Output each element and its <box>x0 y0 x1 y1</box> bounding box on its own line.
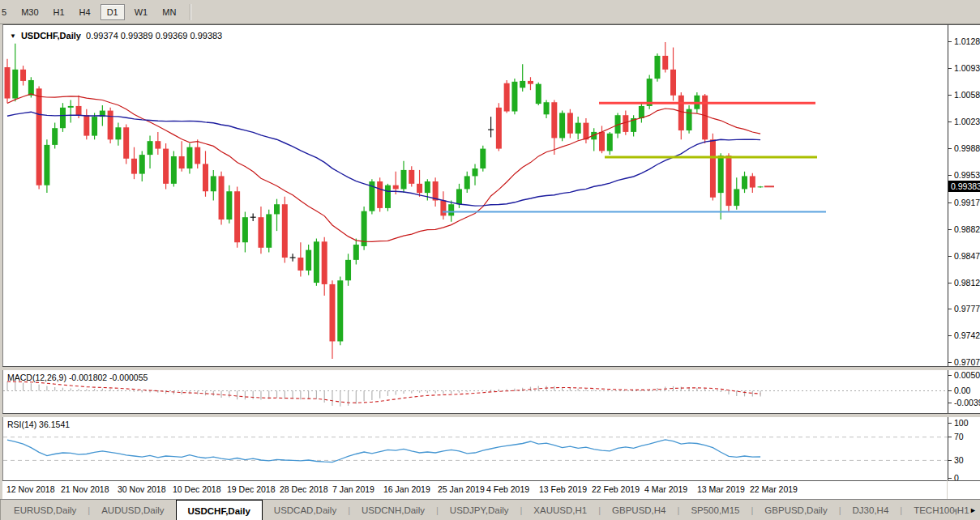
price-tick <box>948 121 952 122</box>
timeframe-button-5[interactable]: 5 <box>0 5 11 19</box>
price-tick <box>948 175 952 176</box>
price-axis-label: 1.00230 <box>954 117 980 126</box>
rsi-axis-label: 100 <box>954 418 969 428</box>
price-tick <box>948 256 952 257</box>
macd-values: -0.001802 -0.000055 <box>69 373 148 382</box>
price-axis-label: 0.99880 <box>954 143 980 153</box>
symbol-tab-usdcad-daily[interactable]: USDCAD,Daily <box>263 500 348 520</box>
date-axis-label: 25 Jan 2019 <box>438 484 485 494</box>
price-tick <box>948 148 952 149</box>
date-axis-label: 7 Jan 2019 <box>332 484 374 494</box>
tab-scroll-left-icon[interactable]: ◄ <box>951 504 958 517</box>
price-tick <box>948 202 952 203</box>
price-tick <box>948 309 952 309</box>
macd-axis-label: 0.00 <box>954 386 970 395</box>
date-axis-label: 28 Dec 2018 <box>280 484 328 494</box>
mt4-terminal: 5M30H1H4D1W1MN ▼USDCHF,Daily 0.99374 0.9… <box>0 0 980 520</box>
timeframe-button-w1[interactable]: W1 <box>130 5 153 19</box>
price-axis-label: 1.00930 <box>954 63 980 73</box>
rsi-tick <box>948 460 952 461</box>
chart-collapse-arrow-icon[interactable]: ▼ <box>10 32 16 40</box>
symbol-tab-audusd-daily[interactable]: AUDUSD,Daily <box>90 500 175 520</box>
macd-tick <box>948 375 952 376</box>
price-axis-label: 0.97420 <box>954 330 980 340</box>
symbol-tab-usdchf-daily[interactable]: USDCHF,Daily <box>176 500 263 520</box>
price-axis-label: 0.99170 <box>954 198 980 207</box>
tab-stub[interactable] <box>0 500 1 520</box>
rsi-label: RSI(14) 36.1541 <box>7 420 70 429</box>
macd-tick <box>948 390 952 391</box>
date-axis-label: 13 Mar 2019 <box>697 484 745 494</box>
symbol-tab-usdjpy-daily[interactable]: USDJPY,Daily <box>439 500 520 520</box>
price-tick <box>948 362 952 363</box>
axis-corner <box>948 480 980 499</box>
price-axis-label: 0.98120 <box>954 278 980 288</box>
macd-tick <box>948 403 952 403</box>
price-tick <box>948 95 952 96</box>
rsi-axis-label: 70 <box>954 432 964 441</box>
current-price-tag: 0.99383 <box>948 181 980 192</box>
date-axis-label: 4 Feb 2019 <box>486 484 529 494</box>
rsi-tick <box>948 478 952 479</box>
chart-tabbar: EURUSD,Daily|AUDUSD,DailyUSDCHF,DailyUSD… <box>0 499 980 520</box>
date-axis-label: 30 Nov 2018 <box>118 484 166 494</box>
price-axis-label: 0.99530 <box>954 170 980 180</box>
timeframe-button-h1[interactable]: H1 <box>49 5 70 19</box>
price-axis-label: 0.97770 <box>954 304 980 313</box>
chart-title: ▼USDCHF,Daily 0.99374 0.99389 0.99369 0.… <box>10 31 222 40</box>
rsi-chart-canvas[interactable] <box>3 417 948 480</box>
price-tick <box>948 41 952 42</box>
price-tick <box>948 283 952 283</box>
date-axis-label: 16 Jan 2019 <box>383 484 430 494</box>
chart-ohlc-values: 0.99374 0.99389 0.99369 0.99383 <box>86 31 222 40</box>
tab-scroll-right-icon[interactable]: ► <box>969 504 977 517</box>
date-axis: 12 Nov 201821 Nov 201830 Nov 201810 Dec … <box>2 480 947 499</box>
macd-axis-label: -0.003909 <box>954 398 980 407</box>
rsi-tick <box>948 437 952 437</box>
macd-panel[interactable]: MACD(12,26,9) -0.001802 -0.000055 <box>2 370 948 413</box>
rsi-tick <box>948 423 952 424</box>
price-tick <box>948 335 952 336</box>
macd-label: MACD(12,26,9) -0.001802 -0.000055 <box>7 373 148 382</box>
symbol-tab-gbpusd-h4[interactable]: GBPUSD,H4 <box>601 500 677 520</box>
toolbar-separator <box>190 4 191 20</box>
timeframe-button-h4[interactable]: H4 <box>75 5 96 19</box>
date-axis-label: 22 Mar 2019 <box>750 484 798 494</box>
price-axis-label: 0.98470 <box>954 251 980 261</box>
symbol-tab-dj30-h4[interactable]: DJ30,H4 <box>841 500 901 520</box>
price-tick <box>948 68 952 69</box>
date-axis-label: 13 Feb 2019 <box>539 484 587 494</box>
date-axis-label: 12 Nov 2018 <box>6 484 55 494</box>
timeframe-button-m30[interactable]: M30 <box>16 5 43 19</box>
macd-axis: 0.0050530.00-0.003909 <box>948 370 980 413</box>
price-axis-label: 0.98820 <box>954 224 980 234</box>
symbol-tab-xauusd-h1[interactable]: XAUUSD,H1 <box>522 500 598 520</box>
rsi-axis-label: 30 <box>954 455 964 465</box>
candlestick-chart-canvas[interactable] <box>3 25 948 366</box>
symbol-tab-gbpusd-daily[interactable]: GBPUSD,Daily <box>753 500 838 520</box>
rsi-axis: 10070300 <box>948 417 980 480</box>
price-axis: 1.012801.009301.005801.002300.998800.995… <box>948 24 980 366</box>
price-axis-label: 1.00580 <box>954 90 980 100</box>
main-chart-panel[interactable]: ▼USDCHF,Daily 0.99374 0.99389 0.99369 0.… <box>2 24 948 366</box>
date-axis-label: 10 Dec 2018 <box>173 484 221 494</box>
date-axis-label: 4 Mar 2019 <box>644 484 687 494</box>
price-axis-label: 1.01280 <box>954 36 980 46</box>
price-tick <box>948 229 952 230</box>
chart-symbol-label: USDCHF,Daily <box>21 31 81 40</box>
timeframe-toolbar: 5M30H1H4D1W1MN <box>0 0 980 24</box>
symbol-tab-usdcnh-daily[interactable]: USDCNH,Daily <box>350 500 436 520</box>
rsi-panel[interactable]: RSI(14) 36.1541 <box>2 417 948 480</box>
symbol-tab-sp500-m15[interactable]: SP500,M15 <box>679 500 751 520</box>
date-axis-label: 21 Nov 2018 <box>61 484 109 494</box>
timeframe-button-d1[interactable]: D1 <box>101 4 125 20</box>
rsi-value: 36.1541 <box>39 420 70 429</box>
date-axis-label: 22 Feb 2019 <box>592 484 640 494</box>
macd-axis-label: 0.005053 <box>954 370 980 380</box>
timeframe-button-mn[interactable]: MN <box>157 5 181 19</box>
date-axis-label: 19 Dec 2018 <box>227 484 276 494</box>
symbol-tab-eurusd-daily[interactable]: EURUSD,Daily <box>2 500 88 520</box>
